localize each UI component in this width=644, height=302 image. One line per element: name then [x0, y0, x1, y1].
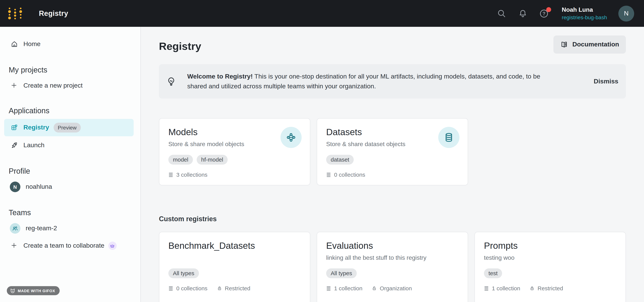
sidebar-item-launch[interactable]: Launch	[0, 137, 134, 154]
wandb-registry-page: Registry ? Noah Luna	[0, 0, 644, 302]
plus-icon	[10, 82, 18, 90]
registry-card-evaluations[interactable]: Evaluations linking all the best stuff t…	[317, 232, 468, 302]
lock-open-icon	[372, 286, 377, 291]
rocket-icon	[10, 142, 18, 149]
custom-registries-row: Benchmark_Datasets All types 0 collectio…	[159, 232, 626, 302]
banner-text-line1: This is your one-stop destination for al…	[253, 73, 540, 80]
registry-card-prompts[interactable]: Prompts testing woo test 1 collection	[474, 232, 626, 302]
sidebar-item-team[interactable]: reg-team-2	[0, 220, 134, 237]
banner-bold-text: Welcome to Registry!	[187, 73, 253, 80]
tag-row: model hf-model	[168, 155, 301, 164]
documentation-button[interactable]: Documentation	[554, 36, 626, 54]
tag-row: dataset	[326, 155, 459, 164]
registry-card-datasets[interactable]: Datasets Store & share dataset objects d…	[317, 118, 468, 185]
top-nav-bar: Registry ? Noah Luna	[0, 0, 644, 27]
collections-list-icon	[168, 172, 174, 177]
lock-closed-icon	[529, 286, 535, 291]
custom-registries-heading: Custom registries	[159, 214, 626, 224]
sidebar-item-label: noahluna	[26, 183, 52, 191]
tag-row: All types	[168, 268, 301, 278]
card-footer: 0 collections	[326, 172, 459, 178]
sidebar-item-label: Registry	[24, 124, 49, 131]
teams-heading: Teams	[9, 207, 140, 218]
gifox-fox-icon	[10, 288, 16, 294]
dismiss-button[interactable]: Dismiss	[594, 78, 618, 85]
collections-count: 0 collections	[168, 285, 208, 292]
welcome-banner-text: Welcome to Registry! This is your one-st…	[187, 72, 585, 91]
main-content: Registry Documentation	[141, 27, 644, 302]
preview-badge: Preview	[54, 123, 81, 132]
search-icon[interactable]	[497, 8, 506, 18]
user-avatar[interactable]: N	[618, 6, 634, 21]
lightbulb-icon	[166, 76, 176, 86]
applications-heading: Applications	[9, 105, 140, 116]
gifox-label: MADE WITH GIFOX	[18, 288, 55, 293]
core-registries-row: Models Store & share model objects model…	[159, 118, 626, 185]
profile-heading: Profile	[9, 166, 140, 176]
tag: All types	[168, 268, 199, 278]
registry-grid-icon	[10, 124, 18, 131]
collections-count: 1 collection	[484, 285, 520, 292]
card-title: Prompts	[484, 240, 616, 252]
sidebar-item-create-team[interactable]: Create a team to collaborate	[0, 238, 134, 254]
app-title: Registry	[39, 9, 68, 18]
collections-count: 1 collection	[326, 285, 362, 292]
tag: model	[168, 155, 193, 164]
welcome-banner: Welcome to Registry! This is your one-st…	[159, 64, 626, 98]
tag: hf-model	[197, 155, 228, 164]
user-org: registries-bug-bash	[562, 14, 607, 21]
tag-row: test	[484, 268, 616, 278]
lock-closed-icon	[216, 286, 222, 291]
banner-text-line2: shared and utilized across multiple team…	[187, 82, 376, 90]
sidebar-item-label: Create a team to collaborate	[24, 242, 104, 250]
tag: dataset	[326, 155, 354, 164]
card-subtitle: linking all the best stuff to this regis…	[326, 253, 459, 262]
registry-card-benchmark-datasets[interactable]: Benchmark_Datasets All types 0 collectio…	[159, 232, 310, 302]
sidebar-item-label: reg-team-2	[26, 224, 57, 232]
registry-card-models[interactable]: Models Store & share model objects model…	[159, 118, 310, 185]
wandb-logo[interactable]	[8, 7, 22, 20]
collections-list-icon	[326, 286, 332, 291]
user-info[interactable]: Noah Luna registries-bug-bash	[562, 6, 607, 21]
sidebar-item-profile[interactable]: N noahluna	[0, 178, 134, 195]
made-with-gifox-badge: MADE WITH GIFOX	[7, 286, 60, 295]
tag-row: All types	[326, 268, 459, 278]
card-subtitle: testing woo	[484, 253, 616, 262]
book-icon	[560, 40, 568, 48]
card-footer: 1 collection Organization	[326, 285, 459, 292]
documentation-label: Documentation	[572, 41, 619, 48]
sidebar-item-home[interactable]: Home	[0, 36, 134, 52]
collections-count: 3 collections	[168, 172, 208, 178]
visibility-status: Organization	[372, 285, 412, 292]
collections-count: 0 collections	[326, 172, 365, 178]
team-avatar	[10, 223, 20, 234]
notifications-bell-icon[interactable]	[518, 8, 528, 18]
svg-text:?: ?	[543, 11, 546, 16]
tag: test	[484, 268, 502, 278]
help-icon[interactable]: ?	[539, 8, 549, 18]
model-network-icon	[280, 127, 302, 148]
notification-dot	[546, 7, 551, 12]
home-icon	[10, 40, 18, 48]
card-title: Evaluations	[326, 240, 459, 252]
card-subtitle	[168, 253, 301, 262]
my-projects-heading: My projects	[9, 64, 140, 75]
sidebar-item-registry[interactable]: Registry Preview	[4, 119, 134, 136]
collections-list-icon	[484, 286, 489, 291]
sidebar-item-create-project[interactable]: Create a new project	[0, 78, 134, 93]
crown-icon	[108, 242, 116, 250]
card-footer: 3 collections	[168, 172, 301, 178]
visibility-status: Restricted	[529, 285, 563, 292]
database-icon	[438, 127, 460, 148]
sidebar-item-label: Launch	[24, 142, 44, 149]
topbar-actions: ? Noah Luna registries-bug-bash N	[497, 6, 634, 21]
sidebar: Home My projects Create a new project Ap…	[0, 27, 141, 302]
card-footer: 0 collections Restricted	[168, 285, 301, 292]
visibility-status: Restricted	[216, 285, 250, 292]
card-title: Benchmark_Datasets	[168, 240, 301, 252]
collections-list-icon	[326, 172, 332, 177]
user-name: Noah Luna	[562, 6, 607, 14]
card-footer: 1 collection Restricted	[484, 285, 616, 292]
plus-icon	[10, 242, 18, 250]
tag: All types	[326, 268, 356, 278]
